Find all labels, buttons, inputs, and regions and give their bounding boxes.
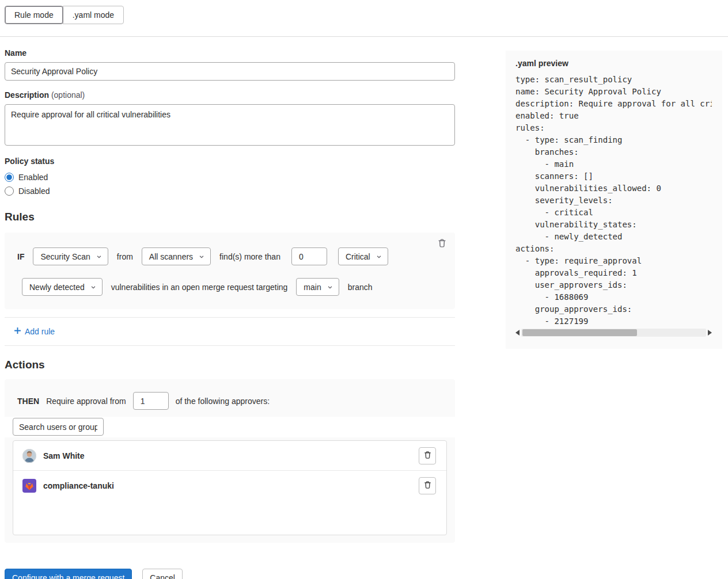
require-approval-label: Require approval from — [46, 397, 126, 406]
scrollbar-right-arrow-icon[interactable] — [708, 330, 712, 336]
branch-dropdown[interactable]: main — [296, 278, 339, 296]
add-rule-strip: Add rule — [5, 317, 455, 346]
then-row: THEN Require approval from of the follow… — [5, 379, 455, 413]
finds-more-than-label: find(s) more than — [219, 252, 280, 261]
disabled-radio[interactable] — [5, 186, 14, 196]
scanners-dropdown[interactable]: All scanners — [142, 247, 211, 265]
rule-card: IF Security Scan from All scanners find(… — [5, 233, 455, 309]
description-optional-text: (optional) — [51, 90, 85, 100]
policy-editor-mode-tabs: Rule mode .yaml mode — [5, 6, 124, 24]
approvers-list: Sam White — [13, 440, 447, 535]
policy-description-textarea[interactable]: Require approval for all critical vulner… — [5, 104, 455, 146]
vulnerabilities-allowed-input[interactable] — [291, 247, 327, 265]
add-rule-button[interactable]: Add rule — [14, 327, 55, 336]
plus-icon — [14, 327, 21, 336]
rules-heading: Rules — [5, 211, 455, 223]
approvals-required-input[interactable] — [133, 392, 169, 410]
scrollbar-thumb[interactable] — [522, 329, 637, 336]
approver-search-input[interactable] — [13, 418, 104, 436]
disabled-radio-label: Disabled — [18, 186, 50, 196]
targeting-label: vulnerabilities in an open merge request… — [111, 283, 288, 292]
then-keyword: THEN — [17, 397, 39, 406]
chevron-down-icon — [90, 283, 96, 292]
scrollbar-track[interactable] — [521, 329, 706, 337]
yaml-horizontal-scrollbar[interactable] — [515, 328, 712, 337]
scanners-value: All scanners — [149, 252, 193, 261]
policy-status-enabled-option: Enabled — [5, 170, 455, 184]
policy-name-input[interactable] — [5, 62, 455, 81]
branch-value: main — [304, 283, 321, 292]
scan-type-value: Security Scan — [40, 252, 90, 261]
enabled-radio[interactable] — [5, 173, 14, 182]
from-label: from — [117, 252, 133, 261]
trash-icon — [423, 481, 432, 491]
approver-row-user: Sam White — [13, 441, 446, 471]
form-footer: Configure with a merge request Cancel — [5, 569, 455, 579]
configure-merge-request-button[interactable]: Configure with a merge request — [5, 569, 132, 579]
vulnerability-state-dropdown[interactable]: Newly detected — [22, 278, 103, 296]
rule-row-2: Newly detected vulnerabilities in an ope… — [22, 278, 446, 296]
user-avatar — [22, 449, 36, 463]
remove-approver-button[interactable] — [419, 447, 436, 464]
approver-search-strip — [5, 417, 455, 437]
approver-name: compliance-tanuki — [43, 481, 114, 490]
approver-row-group: compliance-tanuki — [13, 471, 446, 501]
trash-icon — [437, 241, 447, 250]
description-label-text: Description — [5, 90, 49, 100]
chevron-down-icon — [199, 252, 204, 261]
vulnerability-state-value: Newly detected — [29, 283, 85, 292]
delete-rule-button[interactable] — [436, 237, 448, 251]
policy-status-label: Policy status — [5, 157, 455, 166]
actions-heading: Actions — [5, 359, 455, 371]
yaml-preview-title: .yaml preview — [515, 59, 712, 68]
if-keyword: IF — [17, 252, 24, 261]
branch-suffix-label: branch — [348, 283, 373, 292]
name-label: Name — [5, 48, 455, 58]
chevron-down-icon — [327, 283, 333, 292]
cancel-button[interactable]: Cancel — [142, 569, 183, 579]
tab-rule-mode[interactable]: Rule mode — [5, 6, 63, 24]
yaml-preview-code: type: scan_result_policy name: Security … — [515, 74, 712, 327]
policy-form: Name Description (optional) Require appr… — [5, 48, 455, 579]
approver-name: Sam White — [43, 451, 85, 460]
enabled-radio-label: Enabled — [18, 173, 48, 182]
severity-dropdown[interactable]: Critical — [338, 247, 388, 265]
trash-icon — [423, 451, 432, 461]
action-card: THEN Require approval from of the follow… — [5, 379, 455, 543]
chevron-down-icon — [96, 252, 102, 261]
yaml-preview-panel: .yaml preview type: scan_result_policy n… — [506, 51, 722, 349]
of-approvers-label: of the following approvers: — [176, 397, 270, 406]
severity-value: Critical — [346, 252, 370, 261]
rule-row-1: IF Security Scan from All scanners find(… — [17, 247, 446, 265]
remove-approver-button[interactable] — [419, 477, 436, 494]
header-divider — [0, 36, 728, 37]
chevron-down-icon — [376, 252, 382, 261]
policy-status-disabled-option: Disabled — [5, 184, 455, 198]
description-label: Description (optional) — [5, 90, 455, 100]
tab-yaml-mode[interactable]: .yaml mode — [63, 6, 124, 24]
scan-type-dropdown[interactable]: Security Scan — [33, 247, 108, 265]
add-rule-label: Add rule — [25, 327, 55, 336]
scrollbar-left-arrow-icon[interactable] — [515, 330, 520, 336]
group-avatar — [22, 479, 36, 493]
